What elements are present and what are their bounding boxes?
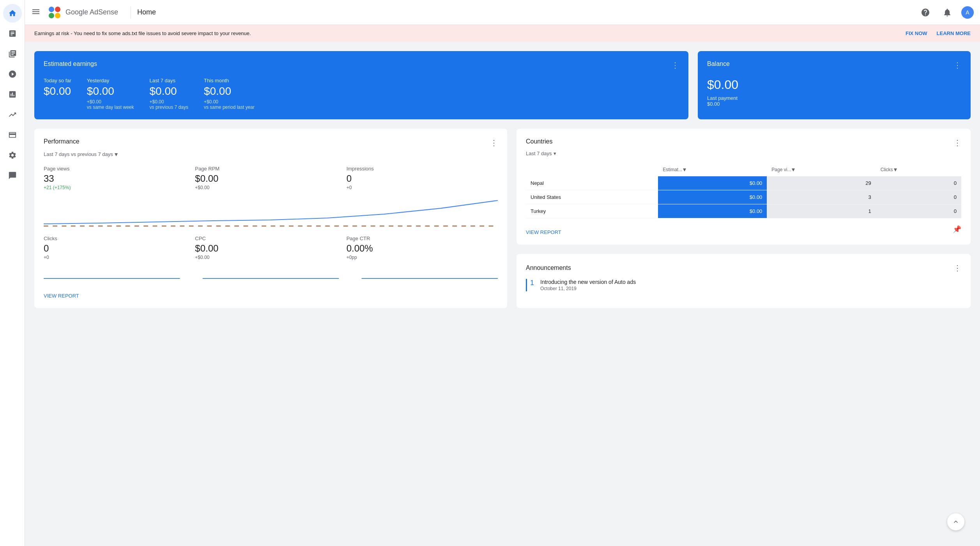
sidebar-item-ads[interactable]: [3, 24, 22, 43]
country-estimate: $0.00: [658, 176, 767, 190]
countries-pin-button[interactable]: 📌: [953, 225, 961, 234]
hamburger-menu[interactable]: [31, 7, 41, 18]
announcement-content: Introducing the new version of Auto ads …: [540, 279, 636, 291]
performance-view-report-link[interactable]: VIEW REPORT: [44, 293, 79, 299]
svg-point-2: [49, 13, 54, 18]
earnings-thismonth: This month $0.00 +$0.00 vs same period l…: [204, 78, 255, 110]
svg-point-1: [55, 7, 60, 12]
country-pageviews: 1: [767, 204, 876, 218]
svg-point-3: [55, 13, 60, 18]
pageviews-col-dropdown[interactable]: Page vi... ▾: [771, 166, 871, 173]
balance-card-header: Balance ⋮: [707, 60, 961, 70]
mini-chart-area: [44, 197, 498, 228]
yesterday-value: $0.00: [87, 85, 134, 98]
today-value: $0.00: [44, 85, 71, 98]
announcement-title: Introducing the new version of Auto ads: [540, 279, 636, 285]
learn-more-link[interactable]: LEARN MORE: [937, 30, 971, 36]
sidebar-item-home[interactable]: [3, 4, 22, 23]
sidebar-item-settings[interactable]: [3, 146, 22, 165]
sidebar-item-optimization[interactable]: [3, 105, 22, 124]
countries-table-row: United States $0.00 3 0: [526, 190, 961, 204]
notifications-button[interactable]: [939, 5, 955, 20]
earnings-yesterday: Yesterday $0.00 +$0.00 vs same day last …: [87, 78, 134, 110]
period-label: Last 7 days vs previous 7 days: [44, 151, 113, 157]
countries-period-selector[interactable]: Last 7 days ▾: [526, 151, 961, 156]
right-column: Countries ⋮ Last 7 days ▾: [517, 129, 971, 308]
metric-clicks: Clicks 0 +0: [44, 236, 195, 260]
metric-pagerpm: Page RPM $0.00 +$0.00: [195, 166, 346, 190]
earnings-last7: Last 7 days $0.00 +$0.00 vs previous 7 d…: [150, 78, 188, 110]
header-actions: A: [918, 5, 974, 20]
announcement-number: 1: [526, 279, 534, 291]
metric-impressions-label: Impressions: [347, 166, 495, 172]
thismonth-label: This month: [204, 78, 255, 83]
balance-more-button[interactable]: ⋮: [953, 60, 961, 70]
estimate-col-dropdown[interactable]: Estimat... ▾: [663, 166, 762, 173]
last7-sub: +$0.00 vs previous 7 days: [150, 99, 188, 110]
performance-view-report-area: VIEW REPORT: [44, 287, 498, 299]
countries-card-header: Countries ⋮: [526, 138, 961, 147]
countries-table-row: Turkey $0.00 1 0: [526, 204, 961, 218]
performance-more-button[interactable]: ⋮: [490, 138, 498, 147]
logo-area: Google AdSense: [47, 5, 118, 20]
top-cards-row: Estimated earnings ⋮ Today so far $0.00 …: [34, 51, 971, 119]
sidebar-item-content[interactable]: [3, 44, 22, 63]
clicks-col-dropdown[interactable]: Clicks ▾: [881, 166, 957, 173]
country-name: Nepal: [526, 176, 658, 190]
countries-col-clicks: Clicks ▾: [876, 163, 961, 176]
balance-last-payment-label: Last payment: [707, 95, 961, 101]
fix-now-link[interactable]: FIX NOW: [906, 30, 927, 36]
sidebar-item-feedback[interactable]: [3, 166, 22, 185]
metric-clicks-label: Clicks: [44, 236, 192, 241]
earnings-more-button[interactable]: ⋮: [671, 60, 679, 70]
performance-card: Performance ⋮ Last 7 days vs previous 7 …: [34, 129, 507, 308]
performance-chart-2: [44, 265, 498, 280]
balance-value: $0.00: [707, 78, 961, 92]
metric-impressions: Impressions 0 +0: [347, 166, 498, 190]
brand-label: Google AdSense: [65, 8, 118, 16]
announcements-more-button[interactable]: ⋮: [953, 263, 961, 273]
metric-clicks-change: +0: [44, 255, 192, 260]
balance-card: Balance ⋮ $0.00 Last payment $0.00: [698, 51, 971, 119]
country-estimate: $0.00: [658, 190, 767, 204]
balance-card-title: Balance: [707, 60, 730, 67]
scroll-up-button[interactable]: [947, 513, 964, 530]
announcement-item: 1 Introducing the new version of Auto ad…: [526, 279, 961, 291]
performance-card-title: Performance: [44, 138, 80, 145]
country-estimate: $0.00: [658, 204, 767, 218]
country-clicks: 0: [876, 204, 961, 218]
metric-cpc-change: +$0.00: [195, 255, 343, 260]
metrics-grid-top: Page views 33 +21 (+175%) Page RPM $0.00…: [44, 166, 498, 190]
last7-value: $0.00: [150, 85, 188, 98]
countries-more-button[interactable]: ⋮: [953, 138, 961, 147]
metrics-grid-bottom: Clicks 0 +0 CPC $0.00 +$0.00 Page CTR: [44, 236, 498, 260]
user-avatar[interactable]: A: [961, 6, 974, 19]
alert-banner: Earnings at risk - You need to fix some …: [25, 25, 980, 42]
announcements-list: 1 Introducing the new version of Auto ad…: [526, 279, 961, 291]
sidebar-item-reports[interactable]: [3, 85, 22, 104]
metric-cpc-label: CPC: [195, 236, 343, 241]
sidebar-item-block[interactable]: [3, 65, 22, 83]
country-clicks: 0: [876, 190, 961, 204]
metric-pagerpm-change: +$0.00: [195, 185, 343, 190]
mini-chart-area-2: [44, 265, 498, 280]
country-name: Turkey: [526, 204, 658, 218]
countries-period-label: Last 7 days: [526, 151, 552, 156]
sidebar-item-payments[interactable]: [3, 126, 22, 144]
country-pageviews: 3: [767, 190, 876, 204]
countries-period-chevron-icon: ▾: [554, 151, 556, 156]
period-selector[interactable]: Last 7 days vs previous 7 days ▾: [44, 151, 498, 158]
thismonth-sub: +$0.00 vs same period last year: [204, 99, 255, 110]
countries-view-report-link[interactable]: VIEW REPORT: [526, 229, 561, 235]
cards-area: Estimated earnings ⋮ Today so far $0.00 …: [25, 42, 980, 317]
header-divider: [131, 6, 131, 19]
countries-footer: VIEW REPORT 📌: [526, 223, 961, 235]
performance-chart: [44, 197, 498, 228]
metric-pagerpm-value: $0.00: [195, 173, 343, 184]
country-name: United States: [526, 190, 658, 204]
yesterday-sub: +$0.00 vs same day last week: [87, 99, 134, 110]
metric-pagerpm-label: Page RPM: [195, 166, 343, 172]
metric-pagectr-value: 0.00%: [347, 243, 495, 254]
metric-cpc: CPC $0.00 +$0.00: [195, 236, 346, 260]
help-button[interactable]: [918, 5, 933, 20]
